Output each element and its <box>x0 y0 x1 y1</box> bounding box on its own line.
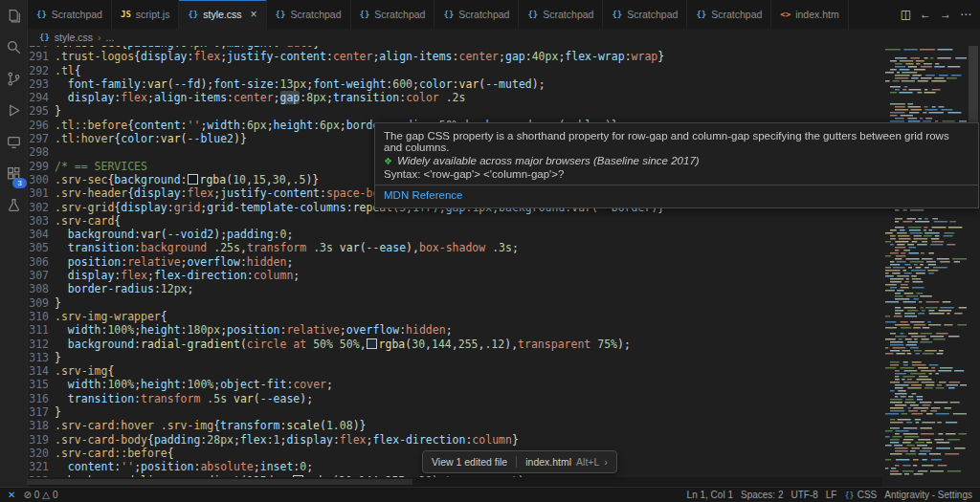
code-line-308[interactable]: 308 border-radius:12px; <box>28 282 880 295</box>
remote-indicator-icon[interactable]: ✕ <box>8 490 15 500</box>
code-line-317[interactable]: 317} <box>28 405 880 419</box>
code-line-313[interactable]: 313} <box>28 351 880 364</box>
html-file-icon: <> <box>780 10 791 19</box>
activity-run-debug[interactable] <box>2 100 25 123</box>
activity-source-control[interactable] <box>2 69 25 92</box>
breadcrumb-more[interactable]: ... <box>106 32 115 43</box>
hover-separator <box>375 185 978 186</box>
nav-forward-icon[interactable]: → <box>940 8 951 21</box>
code-line-310[interactable]: 310.srv-img-wrapper{ <box>28 310 880 323</box>
css-file-icon: {} <box>276 10 286 19</box>
tab-scratchpad[interactable]: {}Scratchpad <box>603 0 687 29</box>
line-number: 297 <box>28 132 55 145</box>
line-number: 292 <box>28 64 55 77</box>
code-line-294[interactable]: 294 display:flex;align-items:center;gap:… <box>28 91 880 104</box>
hover-tooltip: The gap CSS property is a shorthand prop… <box>374 122 979 208</box>
status-lf[interactable]: LF <box>826 490 837 500</box>
mdn-reference-link[interactable]: MDN Reference <box>384 189 969 201</box>
tab-scratchpad[interactable]: {}Scratchpad <box>519 0 603 29</box>
color-swatch[interactable] <box>188 174 198 185</box>
status-spaces-2[interactable]: Spaces: 2 <box>741 490 783 500</box>
main-row: 3 {}ScratchpadJSscript.js{}style.css×{}S… <box>0 0 980 487</box>
vertical-scrollbar[interactable] <box>967 46 980 487</box>
status-antigravity-settings[interactable]: Antigravity - Settings <box>884 490 972 500</box>
more-actions-icon[interactable]: ⋯ <box>960 8 971 21</box>
errors-icon: ⊘ <box>23 490 31 500</box>
line-number: 317 <box>28 405 55 419</box>
line-number: 321 <box>28 460 55 473</box>
line-number: 311 <box>28 323 55 337</box>
activity-extensions[interactable]: 3 <box>2 164 25 186</box>
hover-description: The gap CSS property is a shorthand prop… <box>384 130 969 153</box>
tab-label: Scratchpad <box>374 9 425 20</box>
line-number: 307 <box>28 269 55 282</box>
css-file-icon: {} <box>36 10 47 19</box>
extensions-badge: 3 <box>12 178 27 188</box>
hscrollbar-slider[interactable] <box>28 479 412 485</box>
line-number: 316 <box>28 392 55 405</box>
code-editor[interactable]: 290.trust-sec{padding:64px 0;margin:0 au… <box>28 46 980 487</box>
minimap[interactable] <box>882 46 967 478</box>
activity-testing[interactable] <box>2 195 25 218</box>
code-line-312[interactable]: 312 background:radial-gradient(circle at… <box>28 338 880 351</box>
code-line-318[interactable]: 318.srv-card:hover .srv-img{transform:sc… <box>28 419 880 432</box>
code-line-307[interactable]: 307 display:flex;flex-direction:column; <box>28 269 880 282</box>
code-line-311[interactable]: 311 width:100%;height:180px;position:rel… <box>28 323 880 337</box>
tab-style.css[interactable]: {}style.css× <box>179 0 266 29</box>
problems-indicator[interactable]: ⊘ 0 △ 0 <box>23 490 57 500</box>
tab-scratchpad[interactable]: {}Scratchpad <box>267 0 351 29</box>
code-line-303[interactable]: 303.srv-card{ <box>28 214 880 228</box>
color-swatch[interactable] <box>367 338 377 349</box>
status-right: Ln 1, Col 1Spaces: 2UTF-8LF{}CSSAntigrav… <box>687 490 972 500</box>
line-number: 313 <box>28 351 55 364</box>
tab-label: Scratchpad <box>627 9 678 20</box>
line-number: 319 <box>28 433 55 447</box>
code-line-315[interactable]: 315 width:100%;height:100%;object-fit:co… <box>28 378 880 391</box>
code-line-305[interactable]: 305 transition:background .25s,transform… <box>28 241 880 254</box>
code-line-314[interactable]: 314.srv-img{ <box>28 364 880 378</box>
tab-scratchpad[interactable]: {}Scratchpad <box>28 0 112 29</box>
tab-index.htm[interactable]: <>index.htm <box>771 0 848 29</box>
line-number: 295 <box>28 104 55 118</box>
code-line-291[interactable]: 291.trust-logos{display:flex;justify-con… <box>28 50 880 63</box>
code-line-295[interactable]: 295} <box>28 104 880 118</box>
warnings-count: 0 <box>53 490 58 500</box>
horizontal-scrollbar[interactable] <box>28 477 882 487</box>
toast-shortcut: Alt+L <box>576 456 599 468</box>
line-number: 306 <box>28 255 55 269</box>
hover-syntax: Syntax: <'row-gap'> <'column-gap'>? <box>384 168 969 180</box>
nav-back-icon[interactable]: ← <box>920 8 931 21</box>
line-number: 304 <box>28 228 55 241</box>
line-number: 302 <box>28 201 55 214</box>
tab-scratchpad[interactable]: {}Scratchpad <box>351 0 435 29</box>
split-editor-icon[interactable]: ◫ <box>901 8 911 21</box>
tab-close-button[interactable]: × <box>251 9 257 20</box>
status-utf-8[interactable]: UTF-8 <box>791 490 817 500</box>
code-line-304[interactable]: 304 background:var(--void2);padding:0; <box>28 228 880 241</box>
tab-scratchpad[interactable]: {}Scratchpad <box>687 0 771 29</box>
code-line-309[interactable]: 309} <box>28 296 880 310</box>
line-number: 308 <box>28 282 55 295</box>
activity-remote-explorer[interactable] <box>2 132 25 155</box>
css-file-icon: {} <box>696 10 706 19</box>
line-number: 293 <box>28 77 55 91</box>
open-edited-file-button[interactable]: index.html Alt+L › <box>516 456 616 468</box>
status-css[interactable]: {}CSS <box>844 490 877 500</box>
code-area[interactable]: 290.trust-sec{padding:64px 0;margin:0 au… <box>28 46 880 487</box>
breadcrumb-file[interactable]: style.css <box>55 32 93 43</box>
status-ln-1-col-1[interactable]: Ln 1, Col 1 <box>687 490 733 500</box>
code-line-292[interactable]: 292.tl{ <box>28 64 880 77</box>
tab-scratchpad[interactable]: {}Scratchpad <box>434 0 519 29</box>
line-number: 312 <box>28 338 55 351</box>
activity-explorer[interactable] <box>2 6 25 29</box>
editor-actions: ◫ ← → ⋯ <box>892 0 980 29</box>
code-line-306[interactable]: 306 position:relative;overflow:hidden; <box>28 255 880 269</box>
code-line-293[interactable]: 293 font-family:var(--fd);font-size:13px… <box>28 77 880 91</box>
tab-script.js[interactable]: JSscript.js <box>112 0 179 29</box>
code-line-316[interactable]: 316 transition:transform .5s var(--ease)… <box>28 392 880 405</box>
status-left: ✕ ⊘ 0 △ 0 <box>8 490 58 500</box>
view-edited-file-button[interactable]: View 1 edited file <box>423 456 516 468</box>
activity-search[interactable] <box>2 37 25 60</box>
beaker-icon <box>6 197 22 217</box>
code-line-319[interactable]: 319.srv-card-body{padding:28px;flex:1;di… <box>28 433 880 447</box>
